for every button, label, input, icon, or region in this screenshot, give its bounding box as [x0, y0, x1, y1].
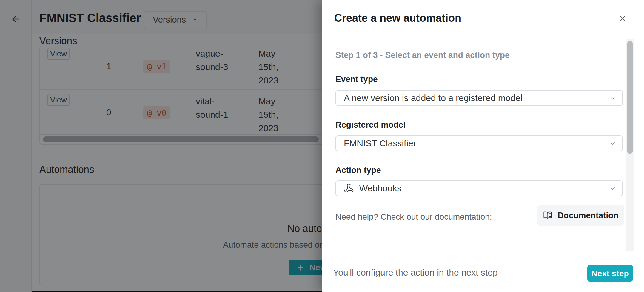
- close-icon: [618, 14, 627, 23]
- webhook-icon: [344, 183, 354, 193]
- create-automation-modal: Create a new automation Step 1 of 3 - Se…: [322, 0, 644, 292]
- registered-model-value: FMNIST Classifier: [344, 138, 416, 148]
- modal-header: Create a new automation: [322, 0, 644, 38]
- chevron-down-icon: [609, 140, 616, 147]
- book-open-icon: [543, 211, 552, 220]
- event-type-value: A new version is added to a registered m…: [344, 93, 523, 103]
- footer-note: You'll configure the action in the next …: [333, 268, 498, 277]
- registered-model-select[interactable]: FMNIST Classifier: [335, 135, 623, 151]
- event-type-select[interactable]: A new version is added to a registered m…: [335, 90, 623, 106]
- documentation-button-label: Documentation: [558, 211, 619, 220]
- help-text: Need help? Check out our documentation:: [335, 213, 492, 221]
- modal-title: Create a new automation: [334, 13, 461, 24]
- registered-model-label: Registered model: [335, 121, 406, 129]
- event-type-label: Event type: [335, 75, 378, 83]
- action-type-label: Action type: [335, 166, 381, 174]
- action-type-select[interactable]: Webhooks: [335, 180, 623, 196]
- modal-body: Step 1 of 3 - Select an event and action…: [322, 38, 644, 252]
- next-step-button[interactable]: Next step: [587, 265, 633, 282]
- chevron-down-icon: [609, 94, 616, 102]
- close-button[interactable]: [616, 11, 630, 26]
- next-step-button-label: Next step: [591, 269, 629, 278]
- app-window: FMNIST Classifier Versions Versions View…: [0, 0, 644, 292]
- documentation-button[interactable]: Documentation: [537, 205, 624, 226]
- step-indicator: Step 1 of 3 - Select an event and action…: [335, 51, 510, 59]
- action-type-value: Webhooks: [359, 183, 401, 193]
- modal-scrollbar-thumb[interactable]: [627, 41, 633, 154]
- modal-footer: You'll configure the action in the next …: [322, 252, 644, 292]
- chevron-down-icon: [609, 185, 616, 192]
